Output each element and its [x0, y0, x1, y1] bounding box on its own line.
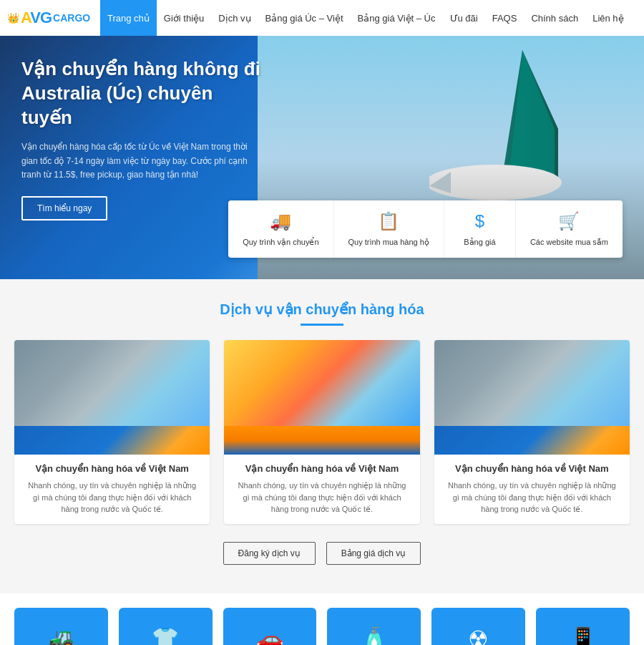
service-card-image-top — [14, 340, 210, 426]
category-grid: 🚜Agriculture👕Apparel & Footwear🚗Automoti… — [14, 608, 630, 646]
quick-link-item[interactable]: 📋Quy trình mua hàng hộ — [334, 200, 444, 258]
service-card-description: Nhanh chóng, uy tín và chuyên nghiệp là … — [445, 480, 619, 515]
service-section-title: Dịch vụ vận chuyển hàng hóa — [14, 279, 630, 340]
category-item-dangerous-cargo[interactable]: ☢Dangerous Cargo — [431, 608, 525, 646]
quick-link-label: Bảng giá — [464, 237, 495, 247]
hero-learn-more-button[interactable]: Tìm hiểu ngay — [21, 196, 107, 220]
service-card-image-bottom — [14, 426, 210, 455]
service-actions: Đăng ký dịch vụ Bảng giá dịch vụ — [14, 542, 630, 572]
category-item-apparel-&-footwear[interactable]: 👕Apparel & Footwear — [119, 608, 213, 646]
service-card-title: Vận chuyển hàng hóa về Việt Nam — [235, 463, 409, 474]
quick-link-label: Quy trình mua hàng hộ — [348, 237, 429, 247]
nav-item-chính-sách[interactable]: Chính sách — [524, 0, 585, 36]
chemicals-icon: 🧴 — [360, 626, 389, 646]
quick-links-bar: 🚚Quy trình vận chuyển📋Quy trình mua hàng… — [228, 200, 623, 258]
service-card-image-bottom — [224, 426, 419, 455]
quick-link-label: Quy trình vận chuyển — [243, 237, 318, 247]
quick-link-item[interactable]: $Bảng giá — [444, 200, 516, 258]
service-card: Vận chuyển hàng hóa về Việt Nam Nhanh ch… — [434, 340, 630, 524]
service-card-description: Nhanh chóng, uy tín và chuyên nghiệp là … — [235, 480, 409, 515]
dangerous-cargo-icon: ☢ — [468, 626, 489, 646]
service-section: Dịch vụ vận chuyển hàng hóa Vận chuyển h… — [0, 279, 644, 593]
service-card-body: Vận chuyển hàng hóa về Việt Nam Nhanh ch… — [434, 455, 630, 524]
quick-link-icon: 📋 — [378, 211, 399, 231]
nav-item-giới-thiệu[interactable]: Giới thiệu — [157, 0, 211, 36]
service-card-description: Nhanh chóng, uy tín và chuyên nghiệp là … — [25, 480, 199, 515]
quick-link-icon: 🚚 — [270, 211, 291, 231]
agriculture-icon: 🚜 — [47, 626, 75, 646]
logo: 👑 AVG CARGO — [7, 9, 93, 27]
quick-link-item[interactable]: 🚚Quy trình vận chuyển — [228, 200, 333, 258]
main-nav: Trang chủGiới thiệuDịch vụBảng giá Úc – … — [100, 0, 631, 36]
apparel-&-footwear-icon: 👕 — [151, 626, 180, 646]
hero-section: Vận chuyển hàng không đi Australia (Úc) … — [0, 36, 644, 279]
service-card-image — [224, 340, 419, 455]
nav-item-liên-hệ[interactable]: Liên hệ — [585, 0, 630, 36]
service-card: Vận chuyển hàng hóa về Việt Nam Nhanh ch… — [224, 340, 419, 524]
service-card-title: Vận chuyển hàng hóa về Việt Nam — [25, 463, 199, 474]
logo-cargo-text: CARGO — [53, 12, 90, 24]
price-list-button[interactable]: Bảng giá dịch vụ — [326, 542, 421, 565]
automotive-icon: 🚗 — [255, 626, 284, 646]
service-card-image-top — [434, 340, 630, 426]
service-card-image-top — [224, 340, 419, 426]
electronics-icon: 📱 — [569, 626, 597, 646]
quick-link-item[interactable]: 🛒Các website mua sắm — [516, 200, 623, 258]
category-item-automotive[interactable]: 🚗Automotive — [223, 608, 317, 646]
nav-item-bảng-giá-úc-–-việt[interactable]: Bảng giá Úc – Việt — [258, 0, 351, 36]
logo-avg-text: AVG — [21, 9, 52, 27]
category-item-chemicals[interactable]: 🧴Chemicals — [327, 608, 421, 646]
quick-link-icon: 🛒 — [558, 211, 580, 231]
nav-item-dịch-vụ[interactable]: Dịch vụ — [211, 0, 258, 36]
logo-crown-icon: 👑 — [7, 12, 19, 24]
nav-item-bảng-giá-việt-–-úc[interactable]: Bảng giá Việt – Úc — [351, 0, 443, 36]
register-service-button[interactable]: Đăng ký dịch vụ — [223, 542, 316, 565]
service-card-image-bottom — [434, 426, 630, 455]
quick-link-icon: $ — [475, 211, 484, 231]
hero-content: Vận chuyển hàng không đi Australia (Úc) … — [21, 57, 265, 220]
service-card-title: Vận chuyển hàng hóa về Việt Nam — [445, 463, 619, 474]
nav-item-faqs[interactable]: FAQS — [485, 0, 525, 36]
hero-title: Vận chuyển hàng không đi Australia (Úc) … — [21, 57, 265, 130]
service-card-body: Vận chuyển hàng hóa về Việt Nam Nhanh ch… — [14, 455, 210, 524]
category-item-electronics[interactable]: 📱Electronics — [536, 608, 630, 646]
service-card: Vận chuyển hàng hóa về Việt Nam Nhanh ch… — [14, 340, 210, 524]
nav-item-ưu-đãi[interactable]: Ưu đãi — [443, 0, 485, 36]
category-item-agriculture[interactable]: 🚜Agriculture — [14, 608, 108, 646]
service-grid: Vận chuyển hàng hóa về Việt Nam Nhanh ch… — [14, 340, 630, 524]
header: 👑 AVG CARGO Trang chủGiới thiệuDịch vụBả… — [0, 0, 644, 36]
service-card-body: Vận chuyển hàng hóa về Việt Nam Nhanh ch… — [224, 455, 419, 524]
service-card-image — [434, 340, 630, 455]
nav-item-trang-chủ[interactable]: Trang chủ — [100, 0, 157, 36]
hero-description: Vận chuyển hàng hóa cấp tốc từ Úc về Việ… — [21, 140, 265, 182]
service-card-image — [14, 340, 210, 455]
category-section: 🚜Agriculture👕Apparel & Footwear🚗Automoti… — [0, 593, 644, 646]
quick-link-label: Các website mua sắm — [530, 237, 608, 247]
